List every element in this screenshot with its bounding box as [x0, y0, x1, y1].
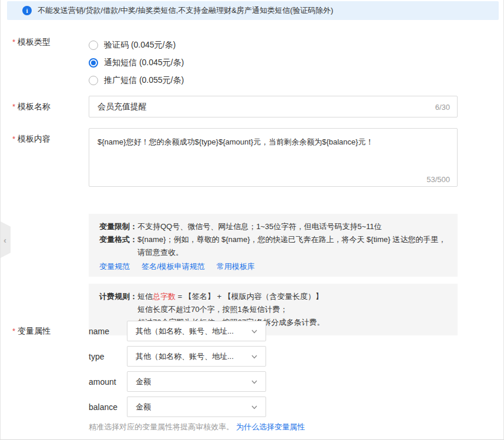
signature-template-spec-link[interactable]: 签名/模板申请规范: [142, 260, 205, 273]
var-amount-select[interactable]: 金额: [127, 371, 266, 392]
radio-icon[interactable]: [89, 41, 98, 50]
info-icon: i: [22, 6, 32, 15]
hint-text: 精准选择对应的变量属性将提高审核效率。: [89, 422, 234, 431]
required-asterisk: *: [12, 38, 15, 46]
required-asterisk: *: [12, 135, 15, 143]
radio-option-promotional-sms[interactable]: 推广短信 (0.055元/条): [89, 72, 458, 89]
radio-option-verification-code[interactable]: 验证码 (0.045元/条): [89, 36, 458, 54]
chevron-down-icon: [250, 378, 258, 386]
var-type-label: type: [89, 352, 127, 361]
var-row-amount: amount 金额: [89, 371, 458, 392]
template-name-row: *模板名称 6/30: [12, 96, 458, 117]
var-name-select[interactable]: 其他（如名称、账号、地址...: [127, 321, 266, 341]
billing-line1: 短信总字数 = 【签名】 + 【模版内容（含变量长度）】: [137, 292, 323, 301]
info-banner-text: 不能发送营销/贷款/借款/中奖/抽奖类短信,不支持金融理财&房产通知类短信(验证…: [38, 5, 333, 16]
template-content-row: *模板内容 53/500: [12, 128, 458, 189]
template-name-input[interactable]: [89, 96, 458, 117]
total-chars-highlight: 总字数: [153, 292, 176, 301]
template-type-label: *模板类型: [12, 36, 89, 89]
var-row-balance: balance 金额: [89, 397, 458, 417]
template-type-row: *模板类型 验证码 (0.045元/条) 通知短信 (0.045元/条) 推广短…: [12, 36, 458, 89]
billing-line2: 短信长度不超过70个字，按照1条短信计费；: [137, 305, 288, 314]
variable-attrs-row: *变量属性 name 其他（如名称、账号、地址... type 其他（如名称、账…: [12, 321, 458, 432]
variable-limit-line: 变量限制： 不支持QQ号、微信号、网址信息；1~35位字符，但电话号码支持5~1…: [99, 220, 447, 233]
radio-icon-checked[interactable]: [89, 58, 98, 68]
template-name-input-wrap: 6/30: [89, 96, 458, 117]
template-content-label: *模板内容: [12, 128, 89, 189]
chevron-down-icon: [250, 327, 258, 335]
chevron-down-icon: [250, 403, 258, 411]
info-banner: i 不能发送营销/贷款/借款/中奖/抽奖类短信,不支持金融理财&房产通知类短信(…: [7, 1, 499, 20]
chevron-down-icon: [250, 352, 258, 361]
variable-limit-text: 不支持QQ号、微信号、网址信息；1~35位字符，但电话号码支持5~11位: [137, 220, 447, 233]
variable-attrs-label: *变量属性: [12, 321, 89, 432]
variable-format-label: 变量格式：: [99, 233, 137, 259]
var-balance-select-value: 金额: [136, 402, 151, 412]
panel-collapse-handle[interactable]: ‹: [1, 221, 11, 258]
why-choose-variable-attrs-link[interactable]: 为什么选择变量属性: [236, 422, 305, 431]
var-row-name: name 其他（如名称、账号、地址...: [89, 321, 458, 341]
var-balance-select[interactable]: 金额: [127, 397, 266, 417]
var-name-label: name: [89, 327, 127, 336]
var-name-select-value: 其他（如名称、账号、地址...: [136, 326, 234, 337]
variable-attrs-hint: 精准选择对应的变量属性将提高审核效率。为什么选择变量属性: [89, 422, 458, 432]
variable-format-text: ${name}；例如，尊敬的 ${name}，您的快递已飞奔在路上，将今天 ${…: [137, 233, 447, 259]
var-type-select[interactable]: 其他（如名称、账号、地址...: [127, 346, 266, 367]
template-content-textarea[interactable]: [89, 128, 458, 187]
var-balance-label: balance: [89, 402, 127, 412]
variable-tips-box: 变量限制： 不支持QQ号、微信号、网址信息；1~35位字符，但电话号码支持5~1…: [89, 214, 458, 277]
var-amount-label: amount: [89, 377, 127, 387]
variable-attrs-fields: name 其他（如名称、账号、地址... type 其他（如名称、账号、地址..…: [89, 321, 458, 432]
common-template-library-link[interactable]: 常用模板库: [217, 260, 255, 273]
radio-icon[interactable]: [89, 76, 98, 85]
radio-option-label: 推广短信 (0.055元/条): [104, 75, 184, 86]
sms-template-form-page: i 不能发送营销/贷款/借款/中奖/抽奖类短信,不支持金融理财&房产通知类短信(…: [0, 0, 504, 440]
template-type-options: 验证码 (0.045元/条) 通知短信 (0.045元/条) 推广短信 (0.0…: [89, 36, 458, 89]
required-asterisk: *: [12, 102, 15, 111]
var-row-type: type 其他（如名称、账号、地址...: [89, 346, 458, 367]
variable-tips-links: 变量规范 签名/模板申请规范 常用模板库: [99, 260, 447, 273]
variable-format-line: 变量格式： ${name}；例如，尊敬的 ${name}，您的快递已飞奔在路上，…: [99, 233, 447, 259]
variable-limit-label: 变量限制：: [99, 220, 137, 233]
radio-option-label: 验证码 (0.045元/条): [104, 40, 176, 51]
variable-spec-link[interactable]: 变量规范: [99, 260, 130, 273]
radio-option-notification-sms[interactable]: 通知短信 (0.045元/条): [89, 54, 458, 72]
chevron-left-icon: ‹: [4, 236, 6, 244]
var-amount-select-value: 金额: [136, 377, 151, 387]
template-name-label: *模板名称: [12, 96, 89, 117]
template-content-textarea-wrap: 53/500: [89, 128, 458, 189]
required-asterisk: *: [12, 327, 15, 335]
var-type-select-value: 其他（如名称、账号、地址...: [136, 351, 234, 362]
radio-option-label: 通知短信 (0.045元/条): [104, 58, 184, 68]
